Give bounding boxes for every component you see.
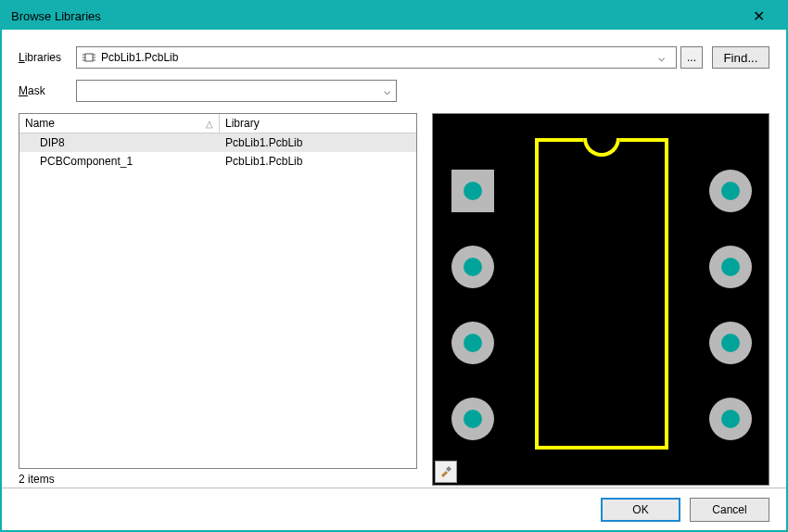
chevron-down-icon: ⌵ bbox=[384, 84, 390, 97]
mask-label: Mask bbox=[19, 84, 76, 97]
preview-panel: 12348765 bbox=[432, 113, 769, 486]
hammer-icon bbox=[439, 464, 452, 480]
chevron-down-icon: ⌵ bbox=[653, 51, 670, 64]
pad[interactable]: 6 bbox=[709, 322, 752, 364]
cell-library: PcbLib1.PcbLib bbox=[220, 154, 416, 169]
table-row[interactable]: DIP8PcbLib1.PcbLib bbox=[19, 133, 416, 152]
component-outline bbox=[535, 138, 668, 450]
libraries-value: PcbLib1.PcbLib bbox=[101, 51, 653, 64]
cell-library: PcbLib1.PcbLib bbox=[220, 135, 416, 150]
libraries-dropdown[interactable]: PcbLib1.PcbLib ⌵ bbox=[76, 46, 677, 69]
libraries-row: Libraries PcbLib1.PcbLib ⌵ ... Find... bbox=[19, 46, 769, 69]
column-name[interactable]: Name △ bbox=[19, 114, 220, 133]
left-panel: Name △ Library DIP8PcbLib1.PcbLibPCBComp… bbox=[19, 113, 417, 486]
ok-button[interactable]: OK bbox=[601, 498, 680, 522]
pad-number: 4 bbox=[469, 410, 477, 429]
table-body: DIP8PcbLib1.PcbLibPCBComponent_1PcbLib1.… bbox=[19, 133, 416, 468]
pcb-canvas[interactable]: 12348765 bbox=[433, 114, 769, 485]
close-icon[interactable]: ✕ bbox=[740, 7, 777, 25]
pad-number: 1 bbox=[469, 182, 477, 201]
titlebar: Browse Libraries ✕ bbox=[2, 2, 786, 30]
sort-asc-icon: △ bbox=[206, 119, 213, 129]
pad-number: 5 bbox=[727, 410, 735, 429]
pad[interactable]: 2 bbox=[451, 246, 494, 288]
component-table: Name △ Library DIP8PcbLib1.PcbLibPCBComp… bbox=[19, 113, 417, 469]
pad[interactable]: 8 bbox=[709, 170, 752, 212]
mask-row: Mask ⌵ bbox=[19, 80, 769, 102]
item-count: 2 items bbox=[19, 473, 417, 486]
dialog-title: Browse Libraries bbox=[11, 9, 740, 23]
column-library[interactable]: Library bbox=[220, 114, 416, 133]
tool-button[interactable] bbox=[435, 461, 457, 483]
libraries-label: Libraries bbox=[19, 51, 76, 64]
find-button[interactable]: Find... bbox=[712, 46, 769, 69]
dialog-footer: OK Cancel bbox=[2, 488, 786, 530]
cancel-button[interactable]: Cancel bbox=[690, 498, 769, 522]
cell-name: DIP8 bbox=[19, 135, 220, 150]
pad[interactable]: 4 bbox=[451, 398, 494, 440]
browse-libraries-dialog: Browse Libraries ✕ Libraries PcbLib1.Pcb… bbox=[0, 0, 788, 532]
pad-number: 7 bbox=[727, 258, 735, 277]
table-row[interactable]: PCBComponent_1PcbLib1.PcbLib bbox=[19, 152, 416, 171]
mask-dropdown[interactable]: ⌵ bbox=[76, 80, 397, 102]
dialog-body: Libraries PcbLib1.PcbLib ⌵ ... Find... M… bbox=[2, 30, 786, 488]
pad-number: 6 bbox=[727, 334, 735, 353]
pad-number: 8 bbox=[727, 182, 735, 201]
table-header: Name △ Library bbox=[19, 114, 416, 133]
chip-icon bbox=[83, 52, 95, 63]
pad-number: 3 bbox=[469, 334, 477, 353]
libraries-more-button[interactable]: ... bbox=[680, 46, 703, 69]
pad-number: 2 bbox=[469, 258, 477, 277]
pad[interactable]: 5 bbox=[709, 398, 752, 440]
pad[interactable]: 1 bbox=[451, 170, 494, 212]
main-area: Name △ Library DIP8PcbLib1.PcbLibPCBComp… bbox=[19, 113, 769, 486]
pad[interactable]: 7 bbox=[709, 246, 752, 288]
pad[interactable]: 3 bbox=[451, 322, 494, 364]
cell-name: PCBComponent_1 bbox=[19, 154, 220, 169]
svg-rect-0 bbox=[85, 54, 93, 61]
